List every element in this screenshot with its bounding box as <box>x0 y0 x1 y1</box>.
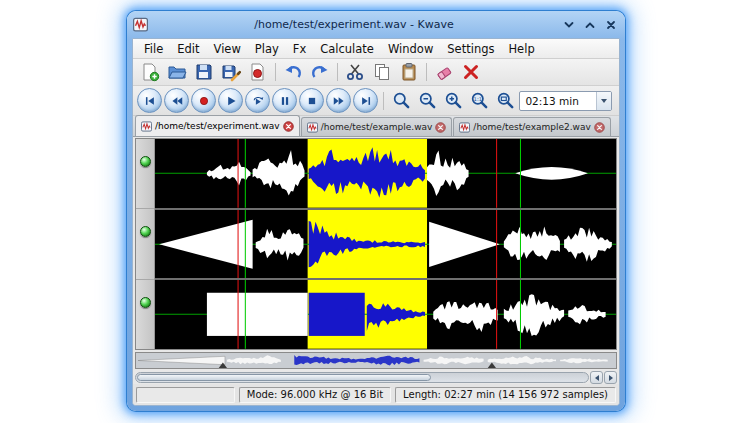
new-file-button[interactable] <box>137 60 163 84</box>
menu-settings[interactable]: Settings <box>440 40 501 58</box>
overview-strip[interactable] <box>135 352 617 369</box>
window-content: File Edit View Play Fx Calculate Window … <box>132 38 620 406</box>
svg-text:1:1: 1:1 <box>473 96 482 102</box>
skip-to-end-button[interactable] <box>353 88 378 113</box>
cut-icon <box>345 62 365 82</box>
copy-button[interactable] <box>369 60 395 84</box>
track-3-led[interactable] <box>140 297 151 308</box>
redo-button[interactable] <box>307 60 333 84</box>
waveform-track-2[interactable] <box>155 210 616 281</box>
menu-file[interactable]: File <box>137 40 170 58</box>
toolbar-separator <box>383 92 384 110</box>
track-controls-column <box>136 139 155 349</box>
save-button[interactable] <box>191 60 217 84</box>
pause-button[interactable] <box>272 88 297 113</box>
zoom-selection-icon <box>392 91 411 110</box>
close-button[interactable] <box>602 16 619 33</box>
save-icon <box>194 62 214 82</box>
minimize-button[interactable] <box>560 16 577 33</box>
zoom-time-combobox[interactable]: 02:13 min <box>519 91 612 111</box>
scrollbar-track[interactable] <box>135 372 589 383</box>
scroll-left-button[interactable] <box>590 371 603 384</box>
toolbar-separator <box>337 63 338 81</box>
signal-view <box>135 138 617 350</box>
delete-button[interactable] <box>458 60 484 84</box>
seek-forward-button[interactable] <box>326 88 351 113</box>
kwave-app-icon[interactable] <box>133 17 148 32</box>
skip-to-start-button[interactable] <box>137 88 162 113</box>
zoom-all-button[interactable] <box>493 88 517 113</box>
tab-close-icon[interactable] <box>435 122 446 133</box>
arrow-left-icon <box>595 375 599 381</box>
tab-bar: /home/test/experiment.wav /home/test/exa… <box>133 116 619 137</box>
stop-button[interactable] <box>299 88 324 113</box>
erase-button[interactable] <box>431 60 457 84</box>
waveform-track-1[interactable] <box>155 139 616 210</box>
scroll-right-button[interactable] <box>604 371 617 384</box>
menu-help[interactable]: Help <box>501 40 541 58</box>
loop-button[interactable] <box>245 88 270 113</box>
playback-toolbar: 1:1 02:13 min <box>133 86 619 116</box>
open-file-button[interactable] <box>164 60 190 84</box>
redo-icon <box>310 62 330 82</box>
zoom-in-icon <box>444 91 463 110</box>
toolbar-separator <box>426 63 427 81</box>
delete-icon <box>461 62 481 82</box>
new-file-icon <box>140 62 160 82</box>
arrow-right-icon <box>609 375 613 381</box>
record-icon <box>197 94 211 108</box>
menu-view[interactable]: View <box>207 40 248 58</box>
zoom-out-button[interactable] <box>415 88 439 113</box>
play-button[interactable] <box>218 88 243 113</box>
paste-button[interactable] <box>396 60 422 84</box>
tab-label: /home/test/example.wav <box>321 122 433 132</box>
cut-button[interactable] <box>342 60 368 84</box>
track-1-led[interactable] <box>140 156 151 167</box>
seek-backward-button[interactable] <box>164 88 189 113</box>
undo-button[interactable] <box>280 60 306 84</box>
toolbar-separator <box>275 63 276 81</box>
zoom-100-button[interactable]: 1:1 <box>467 88 491 113</box>
menu-fx[interactable]: Fx <box>286 40 313 58</box>
track-2-led[interactable] <box>140 226 151 237</box>
undo-icon <box>283 62 303 82</box>
status-bar: Mode: 96.000 kHz @ 16 Bit Length: 02:27 … <box>133 384 619 405</box>
chevron-down-icon <box>601 99 607 103</box>
kwave-file-icon <box>141 121 152 132</box>
zoom-all-icon <box>496 91 515 110</box>
record-button[interactable] <box>191 88 216 113</box>
track-1-controls <box>136 139 154 209</box>
seek-backward-icon <box>170 94 184 108</box>
pause-icon <box>278 94 292 108</box>
zoom-in-button[interactable] <box>441 88 465 113</box>
zoom-selection-button[interactable] <box>389 88 413 113</box>
erase-icon <box>434 62 454 82</box>
status-length: Length: 02:27 min (14 156 972 samples) <box>395 387 616 403</box>
combobox-dropdown-button[interactable] <box>596 92 611 110</box>
horizontal-scrollbar <box>135 371 617 384</box>
menu-play[interactable]: Play <box>248 40 286 58</box>
window-title: /home/test/experiment.wav - Kwave <box>152 18 556 31</box>
tab-close-icon[interactable] <box>283 121 294 132</box>
tab-label: /home/test/example2.wav <box>473 122 590 132</box>
menu-edit[interactable]: Edit <box>170 40 206 58</box>
status-mode: Mode: 96.000 kHz @ 16 Bit <box>239 387 391 403</box>
record-new-button[interactable] <box>245 60 271 84</box>
tab-close-icon[interactable] <box>594 122 605 133</box>
save-as-button[interactable] <box>218 60 244 84</box>
tab-example-wav[interactable]: /home/test/example.wav <box>301 117 453 136</box>
menu-calculate[interactable]: Calculate <box>313 40 381 58</box>
scrollbar-handle[interactable] <box>137 374 431 381</box>
tab-experiment-wav[interactable]: /home/test/experiment.wav <box>135 115 300 136</box>
track-2-controls <box>136 209 154 279</box>
save-as-icon <box>221 62 241 82</box>
zoom-out-icon <box>418 91 437 110</box>
title-bar[interactable]: /home/test/experiment.wav - Kwave <box>127 11 625 38</box>
maximize-button[interactable] <box>581 16 598 33</box>
status-message-field <box>136 387 235 403</box>
skip-to-end-icon <box>359 94 373 108</box>
file-toolbar <box>133 59 619 86</box>
menu-window[interactable]: Window <box>381 40 440 58</box>
tab-example2-wav[interactable]: /home/test/example2.wav <box>453 117 610 136</box>
waveform-track-3[interactable] <box>155 280 616 349</box>
